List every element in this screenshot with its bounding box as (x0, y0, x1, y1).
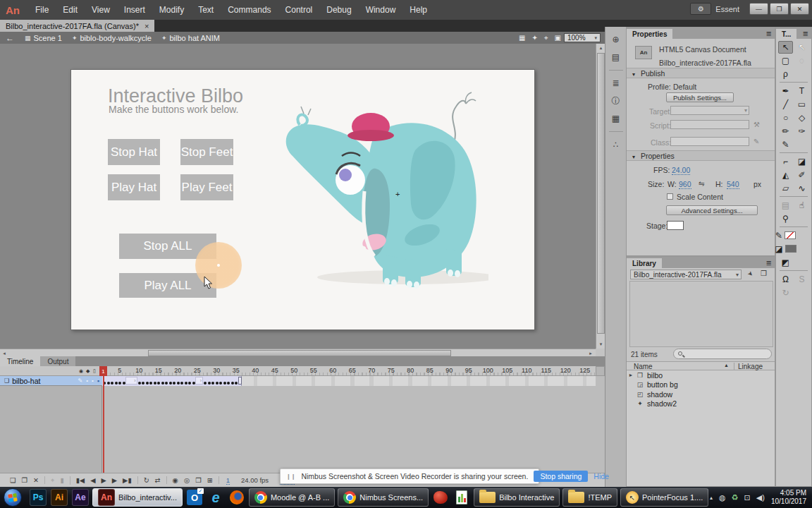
workspace-switcher-icon[interactable]: ⚙ (690, 3, 711, 15)
smooth-icon[interactable]: S (794, 273, 809, 286)
keyframe-dot[interactable] (146, 382, 149, 385)
rotate-icon[interactable]: ↻ (778, 286, 793, 299)
document-tab[interactable]: Bilbo_interactive-2017FA.fla (Canvas)* × (0, 20, 154, 32)
hand-tool[interactable]: ☝ (794, 199, 809, 212)
taskbar-outlook[interactable]: O✓ (184, 490, 205, 505)
pin-icon[interactable]: ➤ (746, 270, 755, 278)
onion-outlines-icon[interactable]: ◎ (184, 476, 190, 484)
tab-close-icon[interactable]: × (144, 22, 149, 30)
selection-tool[interactable]: ↖ (778, 41, 793, 54)
keyframe-dot[interactable] (142, 382, 144, 385)
keyframe-dot[interactable] (138, 382, 141, 385)
taskbar-folder-bilbo[interactable]: Bilbo Interactive (474, 488, 560, 507)
motion-presets-icon[interactable]: ∴ (608, 138, 624, 152)
wrench-icon[interactable]: ⚒ (753, 121, 760, 128)
tray-expand-icon[interactable]: ▴ (710, 495, 713, 501)
keyframe-dot[interactable] (177, 382, 180, 385)
modify-onion-markers-icon[interactable]: ⊞ (207, 476, 213, 484)
line-tool[interactable]: ╱ (778, 98, 793, 111)
keyframe-dot[interactable] (165, 382, 168, 385)
fps-value[interactable]: 24.00 (672, 166, 690, 175)
keyframe-dot[interactable] (154, 382, 156, 385)
width-value[interactable]: 960 (679, 180, 691, 189)
cc-libraries-icon[interactable]: ⊕ (608, 32, 624, 47)
tween-span[interactable]: › (195, 377, 203, 385)
keyframe-dot[interactable] (157, 382, 160, 385)
frames-grid[interactable]: ›› (102, 376, 596, 386)
layer-bilbo-hat[interactable]: ❑ bilbo-hat ✎ • • ▪ (0, 376, 102, 386)
camera-tool[interactable]: ▤ (778, 199, 793, 212)
library-search-input[interactable] (673, 349, 772, 359)
new-library-panel-icon[interactable]: ❐ (761, 270, 767, 277)
menu-text[interactable]: Text (191, 5, 221, 15)
pencil-tool[interactable]: ✏ (778, 125, 793, 138)
menu-modify[interactable]: Modify (152, 5, 191, 15)
maximize-button[interactable]: ❐ (770, 3, 789, 15)
minimize-button[interactable]: — (749, 3, 768, 15)
scrollbar-thumb[interactable] (597, 53, 605, 334)
breadcrumb-symbol-body[interactable]: ✦biblo-body-walkcycle (67, 34, 156, 42)
fps-readout[interactable]: 24.00 fps (241, 476, 269, 484)
menu-help[interactable]: Help (402, 5, 434, 15)
paint-bucket-tool[interactable]: ◪ (794, 155, 809, 168)
tab-tools[interactable]: T... (776, 29, 796, 39)
tab-output[interactable]: Output (40, 356, 75, 366)
stroke-color-control[interactable]: ✎ (770, 229, 801, 242)
play-icon[interactable]: ▶ (101, 476, 106, 484)
tray-display-icon[interactable]: ⊡ (744, 493, 751, 502)
timeline-ruler[interactable]: ◉◆▯1510152025303540455055606570758085909… (0, 366, 596, 376)
scroll-up-icon[interactable]: ▴ (596, 44, 605, 52)
start-button[interactable] (4, 488, 22, 507)
frame-span-end[interactable] (238, 377, 242, 385)
lasso-tool[interactable]: ρ (778, 68, 793, 80)
stop-sharing-button[interactable]: Stop sharing (534, 471, 588, 482)
timeline-ruler-scroll[interactable] (596, 366, 605, 376)
playhead-marker[interactable]: 1 (99, 366, 107, 376)
library-item-shadow[interactable]: ◰shadow (627, 389, 775, 399)
menu-window[interactable]: Window (359, 5, 403, 15)
timeline-empty-area[interactable] (0, 386, 605, 473)
taskbar-firefox[interactable] (226, 490, 247, 504)
onion-skin-icon[interactable]: ◉ (173, 476, 178, 484)
panel-menu-icon[interactable]: ≣ (803, 30, 808, 37)
hide-link[interactable]: Hide (593, 472, 609, 480)
pen-tool[interactable]: ✒ (778, 85, 793, 97)
eraser-tool[interactable]: ▱ (778, 182, 793, 195)
layer-outline-swatch[interactable]: ▪ (97, 377, 99, 385)
delete-icon[interactable]: ✕ (33, 476, 39, 484)
layer-edit-icon[interactable]: ✎ (78, 377, 82, 384)
keyframe-dot[interactable] (185, 382, 187, 385)
linkage-column[interactable]: Linkage (734, 363, 763, 370)
tray-volume-icon[interactable]: ◀) (756, 493, 765, 502)
keyframe-dot[interactable] (180, 382, 183, 385)
taskbar-internet-explorer[interactable]: e (205, 490, 226, 506)
keyframe-dot[interactable] (169, 382, 172, 385)
menu-commands[interactable]: Commands (221, 5, 278, 15)
keyframe-dot[interactable] (227, 382, 230, 385)
snap-magnet-icon[interactable]: Ω (778, 273, 793, 286)
height-value[interactable]: 540 (727, 180, 739, 189)
target-select[interactable]: ▾ (670, 106, 749, 115)
panel-menu-icon[interactable]: ≣ (766, 259, 772, 267)
transform-icon[interactable]: ▦ (608, 111, 624, 126)
edit-symbols-icon[interactable]: ✦ (532, 34, 538, 42)
back-arrow-icon[interactable]: ← (0, 33, 20, 43)
tab-properties[interactable]: Properties (627, 29, 672, 39)
menu-insert[interactable]: Insert (117, 5, 152, 15)
tab-library[interactable]: Library (627, 258, 662, 268)
eyedropper-tool[interactable]: ✐ (794, 169, 809, 181)
taskbar-red-app[interactable] (430, 491, 451, 504)
fill-color-control-swatch[interactable] (785, 245, 796, 253)
keyframe-dot[interactable] (149, 382, 152, 385)
center-stage-icon[interactable]: ⌖ (544, 34, 548, 42)
keyframe-dot[interactable] (118, 382, 121, 385)
keyframe-dot[interactable] (235, 382, 238, 385)
keyframe-dot[interactable] (204, 382, 207, 385)
library-item-shadow2[interactable]: ✦shadow2 (627, 399, 775, 409)
taskbar-chart-app[interactable] (451, 490, 472, 504)
link-icon[interactable]: ⇋ (699, 179, 705, 188)
stage-horizontal-scrollbar[interactable]: ◂ ▸ (0, 349, 596, 356)
menu-file[interactable]: File (28, 5, 56, 15)
new-layer-icon[interactable]: ❏ (10, 476, 16, 484)
align-icon[interactable]: ≣ (608, 76, 624, 90)
